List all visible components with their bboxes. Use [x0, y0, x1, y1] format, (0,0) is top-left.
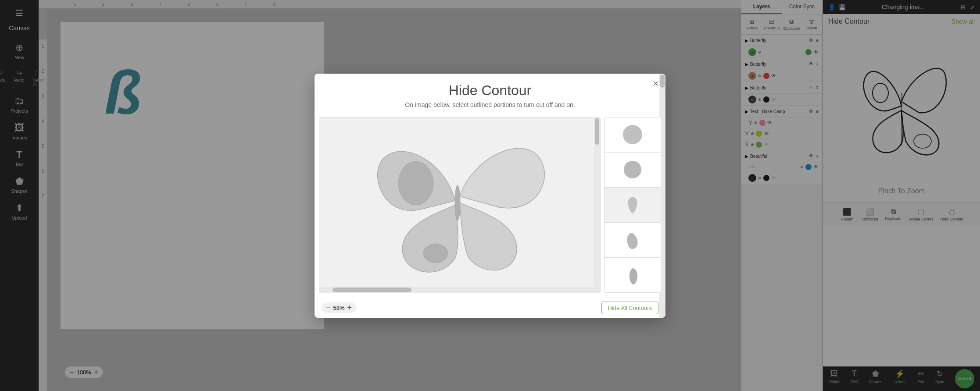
- modal-close-button[interactable]: ×: [653, 79, 658, 89]
- modal-thumbnails: [604, 117, 661, 293]
- thumbnail-svg-1: [619, 121, 646, 148]
- thumbnail-item-3[interactable]: [604, 188, 661, 223]
- modal-zoom-control: − 58% +: [322, 302, 356, 313]
- modal-zoom-value: 58%: [333, 305, 345, 311]
- modal-subtitle: On image below, select outlined portions…: [323, 101, 657, 108]
- thumbnail-item-1[interactable]: [604, 117, 661, 153]
- hide-all-contours-button[interactable]: Hide All Contours: [601, 302, 658, 314]
- thumbnail-svg-3: [619, 192, 646, 218]
- modal-footer: − 58% + Hide All Contours: [315, 298, 665, 318]
- modal-zoom-out-button[interactable]: −: [326, 304, 331, 312]
- modal-title: Hide Contour: [323, 82, 657, 99]
- svg-point-6: [623, 125, 642, 144]
- thumbnail-item-4[interactable]: [604, 223, 661, 258]
- modal-overlay[interactable]: Hide Contour On image below, select outl…: [0, 0, 980, 391]
- svg-point-7: [624, 161, 641, 178]
- thumbnail-item-2[interactable]: [604, 153, 661, 188]
- svg-point-3: [398, 161, 433, 205]
- butterfly-preview: [328, 126, 591, 284]
- butterfly-canvas-svg: [354, 122, 565, 288]
- hide-contour-modal: Hide Contour On image below, select outl…: [315, 74, 665, 318]
- thumbnail-item-5[interactable]: [604, 258, 661, 293]
- svg-point-4: [423, 244, 448, 263]
- modal-horizontal-scrollbar[interactable]: [319, 287, 594, 293]
- modal-header: Hide Contour On image below, select outl…: [315, 74, 665, 113]
- h-scrollbar-thumb: [333, 288, 411, 292]
- thumbnail-svg-5: [619, 262, 646, 288]
- svg-point-5: [455, 185, 460, 220]
- modal-vertical-scrollbar[interactable]: [594, 117, 600, 293]
- modal-body: [315, 113, 665, 298]
- thumbnail-svg-4: [619, 227, 646, 253]
- scrollbar-thumb: [595, 118, 599, 145]
- modal-canvas-area[interactable]: [319, 117, 601, 293]
- thumbnail-svg-2: [619, 156, 646, 183]
- modal-zoom-in-button[interactable]: +: [347, 304, 352, 312]
